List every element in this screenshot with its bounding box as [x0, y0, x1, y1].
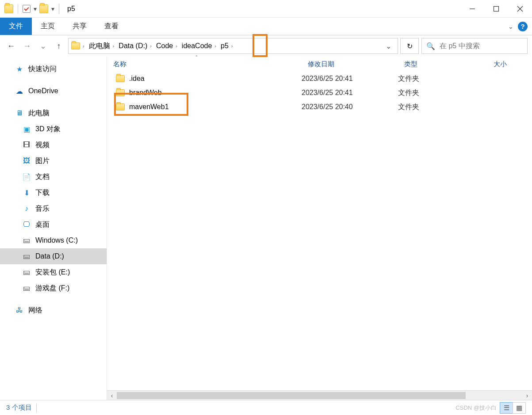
- minimize-button[interactable]: [460, 0, 484, 18]
- column-header-type[interactable]: 类型: [398, 57, 487, 72]
- qat-dropdown-icon[interactable]: ▾: [32, 4, 38, 14]
- sidebar-item-pictures[interactable]: 🖼图片: [0, 153, 107, 169]
- sidebar-item-3d[interactable]: ▣3D 对象: [0, 121, 107, 137]
- file-type: 文件夹: [398, 88, 487, 98]
- drive-icon: 🖴: [22, 268, 31, 276]
- close-button[interactable]: [508, 0, 532, 18]
- sidebar-item-drive-f[interactable]: 🖴游戏盘 (F:): [0, 280, 107, 296]
- column-header-size[interactable]: 大小: [487, 57, 532, 72]
- breadcrumb-chevron[interactable]: ›: [81, 38, 86, 53]
- network-icon: 🖧: [15, 306, 24, 314]
- list-item[interactable]: .idea 2023/6/25 20:41 文件夹: [107, 72, 532, 86]
- scroll-left-icon[interactable]: ‹: [107, 392, 117, 399]
- file-list[interactable]: .idea 2023/6/25 20:41 文件夹 brandWeb 2023/…: [107, 72, 532, 390]
- details-view-button[interactable]: ☰: [500, 402, 513, 414]
- address-bar[interactable]: › 此电脑› Data (D:)› Code› ideaCode› p5› ⌄: [68, 38, 398, 54]
- file-date: 2023/6/25 20:41: [302, 75, 398, 83]
- scroll-thumb[interactable]: [117, 392, 466, 399]
- search-box[interactable]: 🔍: [421, 38, 528, 54]
- sidebar-item-music[interactable]: ♪音乐: [0, 201, 107, 217]
- sidebar-item-drive-c[interactable]: 🖴Windows (C:): [0, 232, 107, 248]
- sidebar-this-pc[interactable]: 🖥 此电脑: [0, 105, 107, 121]
- window-title: p5: [67, 5, 75, 13]
- sidebar-label: 下载: [35, 188, 50, 198]
- sidebar-label: 网络: [28, 306, 42, 315]
- pc-icon: 🖥: [15, 109, 24, 117]
- ribbon-tab-share[interactable]: 共享: [64, 18, 96, 35]
- ribbon-tab-view[interactable]: 查看: [96, 18, 127, 35]
- back-button[interactable]: ←: [4, 39, 18, 53]
- sidebar-label: 游戏盘 (F:): [35, 284, 69, 293]
- download-icon: ⬇: [22, 189, 31, 197]
- ribbon: 文件 主页 共享 查看 ⌄ ?: [0, 18, 532, 35]
- onedrive-icon: ☁: [15, 87, 24, 95]
- music-icon: ♪: [22, 205, 31, 213]
- folder-icon: [116, 103, 125, 110]
- address-dropdown-icon[interactable]: ⌄: [382, 42, 395, 50]
- ribbon-expand-icon[interactable]: ⌄: [508, 23, 513, 30]
- breadcrumb-drive[interactable]: Data (D:)›: [117, 38, 153, 53]
- drive-icon: 🖴: [22, 252, 31, 260]
- sidebar-label: 3D 对象: [35, 125, 61, 134]
- forward-button[interactable]: →: [20, 39, 34, 53]
- 3d-icon: ▣: [22, 125, 31, 133]
- sidebar-item-desktop[interactable]: 🖵桌面: [0, 217, 107, 232]
- separator: [18, 4, 18, 14]
- qat-customize-icon[interactable]: ▾: [50, 4, 55, 14]
- svg-rect-1: [494, 6, 499, 11]
- properties-icon[interactable]: [23, 5, 31, 13]
- help-icon[interactable]: ?: [518, 22, 528, 31]
- horizontal-scrollbar[interactable]: ‹ ›: [107, 390, 532, 400]
- thumbnails-view-button[interactable]: ▦: [513, 402, 526, 414]
- recent-locations-button[interactable]: ⌄: [36, 39, 50, 53]
- refresh-button[interactable]: ↻: [400, 38, 419, 54]
- sidebar-onedrive[interactable]: ☁ OneDrive: [0, 83, 107, 99]
- file-date: 2023/6/25 20:40: [302, 103, 398, 111]
- breadcrumb-label: 此电脑: [89, 42, 110, 51]
- folder-icon: [116, 89, 125, 96]
- sort-indicator-icon: ˄: [195, 55, 198, 60]
- up-button[interactable]: ↑: [52, 39, 65, 53]
- sidebar-label: 视频: [35, 141, 50, 150]
- breadcrumb-this-pc[interactable]: 此电脑›: [87, 38, 116, 53]
- sidebar-item-videos[interactable]: 🎞视频: [0, 137, 107, 153]
- file-type: 文件夹: [398, 74, 487, 84]
- annotation-highlight: [253, 34, 268, 57]
- navigation-pane[interactable]: ★ 快速访问 ☁ OneDrive 🖥 此电脑 ▣3D 对象 🎞视频 🖼图片 📄…: [0, 57, 107, 400]
- document-icon: 📄: [22, 173, 31, 181]
- sidebar-label: Data (D:): [35, 252, 64, 260]
- list-item[interactable]: mavenWeb1 2023/6/25 20:40 文件夹: [107, 100, 532, 114]
- sidebar-item-drive-d[interactable]: 🖴Data (D:): [0, 248, 107, 264]
- drive-icon: 🖴: [22, 284, 31, 292]
- column-header-date[interactable]: 修改日期: [302, 57, 398, 72]
- sidebar-network[interactable]: 🖧 网络: [0, 302, 107, 318]
- maximize-button[interactable]: [484, 0, 508, 18]
- new-folder-icon[interactable]: [39, 4, 48, 13]
- ribbon-tab-file[interactable]: 文件: [0, 18, 32, 35]
- content-pane: 名称 ˄ 修改日期 类型 大小 .idea 2023/6/25 20:41 文件…: [107, 57, 532, 400]
- search-input[interactable]: [440, 42, 523, 50]
- breadcrumb-folder[interactable]: ideaCode›: [180, 38, 218, 53]
- sidebar-item-drive-e[interactable]: 🖴安装包 (E:): [0, 264, 107, 280]
- breadcrumb-current[interactable]: p5›: [219, 38, 234, 53]
- file-name: mavenWeb1: [129, 103, 169, 111]
- folder-icon: [71, 42, 80, 49]
- scroll-track[interactable]: [117, 391, 522, 400]
- ribbon-tab-home[interactable]: 主页: [32, 18, 64, 35]
- sidebar-label: 快速访问: [28, 65, 57, 74]
- separator: [36, 404, 37, 412]
- list-item[interactable]: brandWeb 2023/6/25 20:41 文件夹: [107, 86, 532, 100]
- star-icon: ★: [15, 65, 24, 73]
- breadcrumb-folder[interactable]: Code›: [154, 38, 179, 53]
- video-icon: 🎞: [22, 141, 31, 149]
- folder-icon: [116, 75, 125, 82]
- sidebar-item-downloads[interactable]: ⬇下载: [0, 185, 107, 201]
- app-folder-icon[interactable]: [4, 4, 13, 13]
- file-name: .idea: [129, 75, 145, 83]
- sidebar-label: 安装包 (E:): [35, 268, 70, 277]
- scroll-right-icon[interactable]: ›: [522, 392, 532, 399]
- sidebar-item-documents[interactable]: 📄文档: [0, 169, 107, 185]
- file-date: 2023/6/25 20:41: [302, 89, 398, 97]
- column-header-name[interactable]: 名称: [107, 57, 302, 72]
- sidebar-quick-access[interactable]: ★ 快速访问: [0, 61, 107, 77]
